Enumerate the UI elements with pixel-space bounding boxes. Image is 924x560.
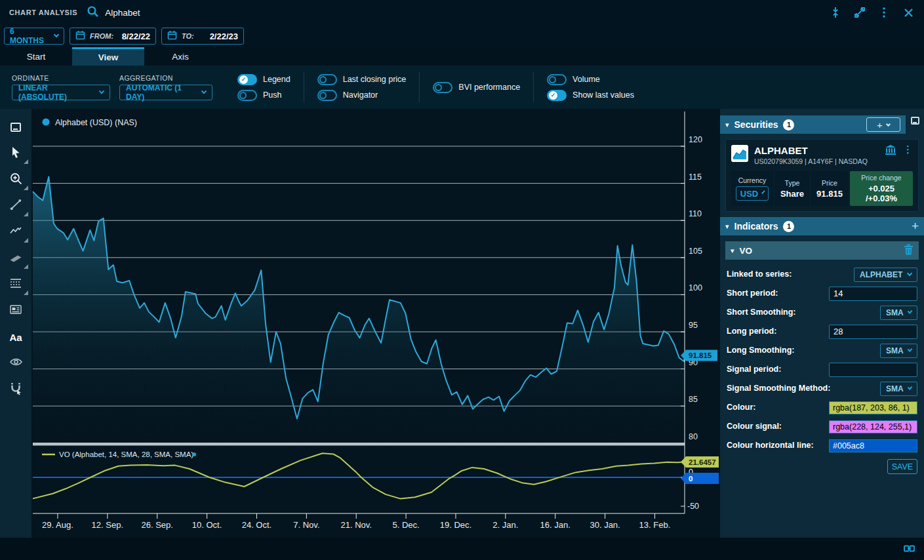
toggle-off-icon[interactable]	[317, 74, 337, 85]
from-label: FROM:	[90, 32, 113, 40]
indicators-section-header[interactable]: ▾ Indicators 1 +	[720, 217, 924, 235]
kebab-menu-icon[interactable]	[877, 6, 891, 19]
toggle-volume[interactable]: Volume	[547, 74, 634, 85]
ordinate-dropdown[interactable]: LINEAR (ABSOLUTE)	[12, 85, 110, 100]
date-range-bar: 6 MONTHS FROM: 8/22/22 TO: 2/22/23	[0, 25, 924, 47]
collapse-icon[interactable]	[829, 6, 842, 19]
chart-area[interactable]: 12011511010510095908580Alphabet (USD) (N…	[31, 109, 720, 538]
chevron-down-icon	[886, 121, 891, 126]
x-axis-label: 29. Aug.	[42, 520, 73, 530]
currency-dropdown[interactable]: USD	[736, 186, 769, 201]
close-icon[interactable]	[902, 6, 915, 19]
zigzag-tool[interactable]	[0, 219, 31, 245]
delete-indicator-icon[interactable]	[904, 244, 914, 257]
link-icon[interactable]	[904, 543, 915, 555]
toggle-push[interactable]: Push	[237, 90, 291, 101]
signal-period-input[interactable]	[829, 363, 917, 377]
collapse-triangle-icon[interactable]: ▾	[725, 222, 729, 231]
long-period-input[interactable]	[829, 325, 917, 339]
expand-icon[interactable]	[853, 6, 866, 19]
toggle-off-icon[interactable]	[317, 90, 337, 101]
horizontal-lines-tool[interactable]	[0, 271, 31, 298]
zoom-in-tool[interactable]	[0, 167, 31, 193]
colour-signal-swatch[interactable]: rgba(228, 124, 255,1)	[829, 420, 917, 433]
exchange-bank-icon[interactable]	[885, 145, 896, 157]
eye-tool[interactable]	[0, 350, 31, 376]
vo-title: VO	[740, 246, 753, 256]
y-axis-label: 105	[689, 247, 702, 256]
price-label: Price	[816, 179, 843, 187]
toggle-on-icon[interactable]: ✓	[547, 90, 567, 101]
collapse-triangle-icon[interactable]: ▾	[731, 247, 734, 255]
drawing-tools-sidebar: Aa	[0, 109, 31, 538]
panel-minimize-icon[interactable]	[911, 117, 919, 125]
from-date-field[interactable]: FROM: 8/22/22	[70, 28, 156, 45]
add-indicator-button[interactable]: +	[912, 219, 919, 233]
tab-axis[interactable]: Axis	[144, 47, 216, 66]
dropdown-value: SMA	[886, 384, 904, 393]
from-value[interactable]: 8/22/22	[122, 31, 150, 41]
toggle-off-icon[interactable]	[237, 90, 257, 101]
price-change-value: +0.025 /+0.03%	[856, 184, 907, 203]
trend-line-tool[interactable]	[0, 193, 31, 219]
chart-legend[interactable]: Alphabet (USD) (NAS)	[55, 118, 137, 127]
toggle-label: Push	[263, 90, 282, 100]
chart-splitter[interactable]	[33, 443, 685, 446]
panel-collapse-icon	[10, 123, 21, 132]
save-button[interactable]: SAVE	[887, 459, 917, 474]
vo-last-value-tag-text: 21.6457	[689, 458, 716, 466]
colour-swatch[interactable]: rgba(187, 203, 86, 1)	[829, 401, 917, 414]
vo-legend[interactable]: VO (Alphabet, 14, SMA, 28, SMA, SMA)	[59, 450, 193, 458]
security-chart-icon	[731, 145, 748, 162]
panel-collapse-tool[interactable]	[0, 114, 31, 140]
price-change-box: Price change +0.025 /+0.03%	[850, 171, 913, 206]
toggle-navigator[interactable]: Navigator	[317, 90, 407, 101]
toggle-off-icon[interactable]	[433, 82, 452, 93]
security-menu-icon[interactable]: ⋮	[903, 145, 913, 154]
search-input[interactable]: Alphabet	[105, 8, 140, 18]
news-tool[interactable]	[0, 298, 31, 324]
field-row: Colour signal:rgba(228, 124, 255,1)	[727, 417, 917, 436]
collapse-triangle-icon[interactable]: ▾	[725, 121, 729, 129]
linked-to-series-dropdown[interactable]: ALPHABET	[854, 268, 917, 282]
long-smoothing-dropdown[interactable]: SMA	[880, 344, 917, 358]
toggle-label: Show last values	[572, 90, 634, 100]
magnet-tool[interactable]	[0, 376, 31, 403]
toggle-show-last-values[interactable]: ✓Show last values	[547, 90, 634, 101]
eraser-tool[interactable]	[0, 245, 31, 271]
toggle-bvi-performance[interactable]: BVI performance	[433, 82, 520, 93]
toggle-on-icon[interactable]: ✓	[237, 74, 257, 85]
eraser-icon	[9, 251, 23, 266]
tab-start[interactable]: Start	[0, 47, 72, 66]
text-tool-tool[interactable]: Aa	[0, 324, 31, 350]
cursor-tool[interactable]	[0, 140, 31, 167]
toggle-legend[interactable]: ✓Legend	[237, 74, 291, 85]
chevron-down-icon	[907, 271, 912, 276]
to-date-field[interactable]: TO: 2/22/23	[161, 28, 244, 45]
short-smoothing-dropdown[interactable]: SMA	[880, 306, 917, 320]
signal-smoothing-method-dropdown[interactable]: SMA	[880, 382, 917, 396]
tab-view[interactable]: View	[72, 47, 144, 66]
short-period-input[interactable]	[829, 287, 917, 301]
security-isin: US02079K3059 | A14Y6F | NASDAQ	[754, 157, 868, 165]
add-security-button[interactable]: +	[866, 117, 900, 132]
vo-line[interactable]	[33, 453, 685, 498]
security-card[interactable]: ALPHABET US02079K3059 | A14Y6F | NASDAQ …	[725, 139, 919, 212]
calendar-icon	[75, 30, 85, 42]
toggle-off-icon[interactable]	[547, 74, 567, 85]
toggle-last-closing-price[interactable]: Last closing price	[317, 74, 407, 85]
range-dropdown[interactable]: 6 MONTHS	[4, 28, 64, 45]
zoom-in-icon	[9, 172, 23, 188]
aggregation-dropdown[interactable]: AUTOMATIC (1 DAY)	[119, 85, 212, 100]
x-axis-label: 13. Feb.	[639, 520, 671, 530]
securities-section-header[interactable]: ▾ Securities 1 +	[720, 115, 906, 134]
x-axis-label: 2. Jan.	[492, 520, 518, 530]
field-row: Colour horizontal line:#005ac8	[727, 436, 917, 455]
search-icon	[87, 5, 99, 20]
colour-horizontal-line-swatch[interactable]: #005ac8	[829, 439, 917, 452]
flyout-triangle-icon	[24, 264, 28, 269]
aggregation-label: AGGREGATION	[119, 74, 212, 82]
vo-indicator-header[interactable]: ▾ VO	[725, 241, 919, 260]
to-value[interactable]: 2/22/23	[210, 31, 238, 41]
security-search[interactable]: Alphabet	[87, 5, 140, 20]
